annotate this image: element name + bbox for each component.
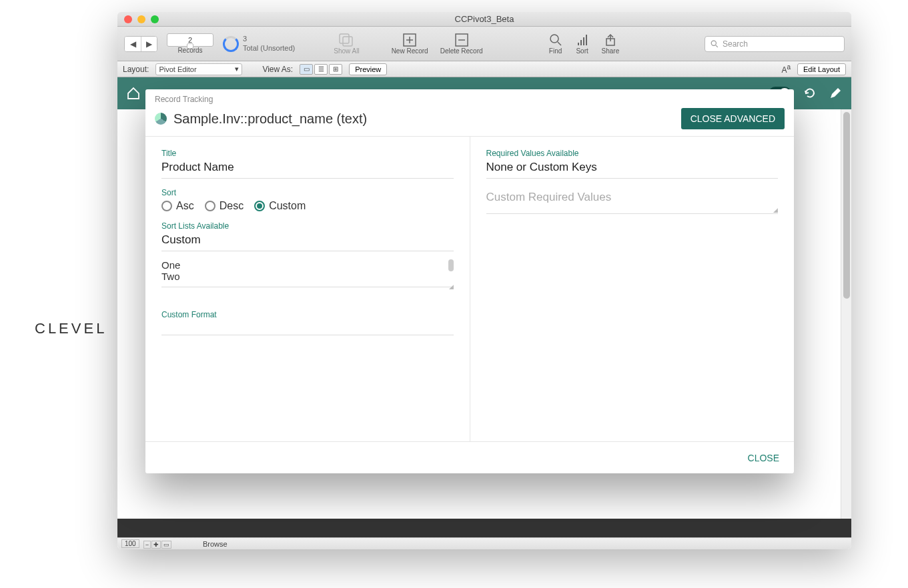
sort-label: Sort	[576, 47, 588, 55]
search-icon	[711, 40, 719, 48]
pencil-icon[interactable]	[829, 87, 842, 100]
total-count: 3	[243, 35, 295, 43]
share-icon	[603, 33, 618, 47]
resize-grip-icon[interactable]: ◢	[773, 207, 778, 213]
scrollbar-thumb[interactable]	[843, 112, 850, 299]
search-input[interactable]: Search	[705, 36, 845, 52]
edit-layout-button[interactable]: Edit Layout	[797, 63, 846, 75]
title-field-value[interactable]: Product Name	[161, 161, 454, 179]
dialog-footer: CLOSE	[145, 441, 794, 473]
total-label: Total (Unsorted)	[243, 44, 295, 53]
share-button[interactable]: Share	[602, 33, 620, 55]
delete-record-button[interactable]: Delete Record	[440, 33, 483, 55]
refresh-icon[interactable]	[803, 87, 817, 100]
search-placeholder: Search	[723, 39, 748, 49]
close-advanced-button[interactable]: CLOSE ADVANCED	[681, 108, 785, 129]
home-icon[interactable]	[127, 87, 140, 100]
sort-lists-value[interactable]: Custom	[161, 233, 454, 251]
search-icon	[548, 33, 563, 47]
dialog-title: Sample.Inv::product_name (text)	[173, 111, 681, 127]
required-values-label: Required Values Available	[486, 149, 779, 158]
dialog-left-column: Title Product Name Sort Asc Desc Custom …	[145, 137, 470, 441]
svg-rect-1	[343, 37, 352, 46]
sort-custom-radio[interactable]: Custom	[254, 200, 306, 212]
layout-value: Pivot Editor	[159, 65, 196, 73]
dialog-header: Sample.Inv::product_name (text) CLOSE AD…	[145, 104, 794, 137]
custom-required-textarea[interactable]: Custom Required Values ◢	[486, 191, 779, 214]
titlebar: CCPivot3_Beta	[117, 12, 851, 27]
sort-lists-label: Sort Lists Available	[161, 221, 454, 231]
sort-custom-label: Custom	[269, 200, 306, 212]
dialog-breadcrumb: Record Tracking	[145, 89, 794, 104]
show-all-label: Show All	[334, 47, 359, 55]
window-title: CCPivot3_Beta	[117, 14, 851, 24]
layout-bar: Layout: Pivot Editor ▾ View As: ▭ ☰ ⊞ Pr…	[117, 61, 851, 77]
delete-record-label: Delete Record	[440, 47, 483, 55]
record-count: 3 Total (Unsorted)	[223, 35, 295, 52]
plus-icon	[402, 33, 417, 47]
sort-radio-group: Asc Desc Custom	[161, 200, 454, 212]
find-button[interactable]: Find	[548, 33, 563, 55]
svg-point-7	[550, 35, 558, 43]
dialog-body: Title Product Name Sort Asc Desc Custom …	[145, 137, 794, 441]
new-record-label: New Record	[392, 47, 428, 55]
sort-icon	[575, 33, 590, 47]
sort-asc-radio[interactable]: Asc	[161, 200, 194, 212]
textarea-scrollbar-thumb[interactable]	[448, 259, 454, 271]
bottom-status: 100 −✚▭ Browse	[117, 537, 851, 549]
svg-line-16	[716, 45, 718, 47]
svg-point-15	[711, 41, 716, 45]
custom-required-placeholder: Custom Required Values	[486, 191, 612, 203]
view-list-button[interactable]: ☰	[314, 64, 328, 75]
layout-label: Layout:	[123, 65, 149, 74]
text-format-icon[interactable]: Aa	[781, 63, 791, 75]
vertical-scrollbar[interactable]	[841, 109, 851, 539]
chevron-down-icon: ▾	[235, 65, 239, 73]
preview-button[interactable]: Preview	[349, 63, 387, 75]
prev-record-button[interactable]: ◀	[125, 37, 141, 51]
show-all-button[interactable]: Show All	[334, 33, 359, 55]
sort-list-items-textarea[interactable]	[161, 258, 454, 287]
field-edit-dialog: Record Tracking Sample.Inv::product_name…	[145, 89, 794, 473]
view-form-button[interactable]: ▭	[300, 64, 313, 75]
brand-text: CLEVEL	[35, 320, 107, 337]
sort-desc-label: Desc	[219, 200, 244, 212]
radio-icon	[205, 201, 215, 211]
layout-select[interactable]: Pivot Editor ▾	[155, 63, 242, 75]
record-slider-thumb[interactable]	[187, 43, 193, 49]
status-widgets[interactable]: −✚▭	[143, 540, 172, 548]
required-values-value[interactable]: None or Custom Keys	[486, 161, 779, 179]
sort-asc-label: Asc	[176, 200, 194, 212]
viewas-label: View As:	[262, 65, 293, 74]
title-field-label: Title	[161, 149, 454, 158]
new-record-button[interactable]: New Record	[392, 33, 428, 55]
zoom-level[interactable]: 100	[121, 539, 139, 548]
next-record-button[interactable]: ▶	[141, 37, 157, 51]
sort-desc-radio[interactable]: Desc	[205, 200, 244, 212]
mode-label: Browse	[203, 540, 228, 548]
view-as-buttons: ▭ ☰ ⊞	[300, 64, 342, 75]
footer-bar	[117, 519, 851, 537]
share-label: Share	[602, 47, 620, 55]
record-slider: 2 Records	[167, 33, 213, 54]
sort-button[interactable]: Sort	[575, 33, 590, 55]
custom-format-value[interactable]	[161, 322, 454, 335]
radio-icon	[161, 201, 172, 211]
toolbar: ◀ ▶ 2 Records 3 Total (Unsorted) Show Al…	[117, 27, 851, 61]
dialog-right-column: Required Values Available None or Custom…	[470, 137, 795, 441]
pie-chart-icon	[155, 113, 167, 125]
svg-rect-0	[340, 34, 349, 43]
minus-icon	[454, 33, 469, 47]
svg-line-8	[558, 42, 561, 45]
show-all-icon	[339, 33, 354, 47]
find-label: Find	[549, 47, 562, 55]
resize-grip-icon[interactable]: ◢	[449, 283, 454, 290]
view-table-button[interactable]: ⊞	[329, 64, 342, 75]
custom-format-label: Custom Format	[161, 310, 454, 319]
record-number-field[interactable]: 2	[167, 33, 213, 47]
pie-icon	[223, 36, 239, 52]
radio-icon	[254, 201, 265, 211]
record-nav: ◀ ▶	[124, 36, 157, 52]
sort-field-label: Sort	[161, 188, 454, 197]
close-button[interactable]: CLOSE	[748, 453, 779, 463]
